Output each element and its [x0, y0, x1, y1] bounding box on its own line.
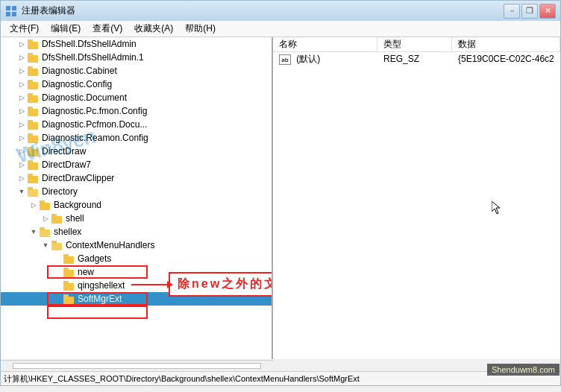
folder-icon [28, 119, 40, 130]
expand-icon[interactable]: ▷ [16, 132, 28, 144]
menu-file[interactable]: 文件(F) [4, 21, 45, 37]
spacer [51, 253, 63, 265]
tree-item-shell[interactable]: ▷ shell [1, 212, 272, 225]
col-header-name[interactable]: 名称 [273, 37, 377, 51]
folder-icon-open [51, 240, 63, 250]
ab-icon: ab [279, 54, 291, 65]
tree-item-diagnostic-config[interactable]: ▷ Diagnostic.Config [1, 78, 272, 91]
expand-icon[interactable]: ▷ [16, 78, 28, 90]
tree-item-dfsshelladmin[interactable]: ▷ DfsShell.DfsShellAdmin [1, 37, 272, 51]
status-path: 计算机\HKEY_CLASSES_ROOT\Directory\Backgrou… [4, 373, 360, 385]
svg-rect-0 [6, 6, 10, 10]
folder-icon [63, 280, 75, 291]
window-controls: － ❐ ✕ [504, 4, 556, 19]
tree-item-softmgrext[interactable]: SoftMgrExt [1, 292, 272, 306]
mouse-cursor [492, 201, 501, 215]
expand-icon[interactable]: ▷ [16, 159, 28, 171]
column-header-row: 名称 类型 数据 [273, 37, 560, 52]
tree-item-contextmenuhandlers[interactable]: ▼ ContextMenuHandlers [1, 238, 272, 252]
restore-button[interactable]: ❐ [521, 4, 538, 19]
right-pane: 名称 类型 数据 ab (默认) REG_SZ {5E19C0CE-C02C-4… [273, 37, 560, 359]
window-title: 注册表编辑器 [22, 4, 504, 17]
col-header-data[interactable]: 数据 [452, 37, 560, 51]
corner-watermark: Shenduwm8.com [487, 364, 560, 376]
menu-bar: 文件(F) 编辑(E) 查看(V) 收藏夹(A) 帮助(H) [0, 21, 561, 37]
scroll-track[interactable] [13, 363, 261, 369]
app-icon [5, 5, 17, 17]
tree-item-diagnostic-pcfmon[interactable]: ▷ Diagnostic.Pc.fmon.Config [1, 104, 272, 118]
folder-icon [28, 39, 40, 49]
svg-rect-2 [6, 12, 10, 16]
folder-icon [28, 106, 40, 116]
spacer [51, 293, 63, 305]
folder-icon [51, 213, 63, 224]
expand-icon[interactable]: ▷ [16, 92, 28, 104]
tree-item-gadgets[interactable]: Gadgets [1, 252, 272, 265]
menu-help[interactable]: 帮助(H) [179, 21, 222, 37]
status-bar: 计算机\HKEY_CLASSES_ROOT\Directory\Backgrou… [0, 371, 561, 386]
tree-item-background[interactable]: ▷ Background [1, 198, 272, 212]
folder-icon [63, 267, 75, 277]
minimize-button[interactable]: － [504, 4, 520, 19]
folder-icon [28, 52, 40, 63]
folder-icon [28, 92, 40, 103]
folder-icon [28, 173, 40, 183]
tree-item-diagnostic-document[interactable]: ▷ Diagnostic.Document [1, 91, 272, 104]
folder-icon [28, 66, 40, 76]
folder-icon-open [28, 186, 40, 197]
expand-icon[interactable]: ▷ [40, 212, 51, 224]
svg-marker-4 [492, 201, 500, 214]
folder-icon [28, 79, 40, 89]
tree-item-directdraw[interactable]: ▷ DirectDraw [1, 145, 272, 158]
menu-view[interactable]: 查看(V) [87, 21, 128, 37]
tree-item-shellex[interactable]: ▼ shellex [1, 225, 272, 238]
tree-item-directory[interactable]: ▼ Directory [1, 185, 272, 198]
folder-icon [63, 253, 75, 264]
expand-icon[interactable]: ▷ [16, 65, 28, 77]
expand-icon[interactable]: ▷ [28, 199, 40, 211]
expand-icon[interactable]: ▷ [16, 145, 28, 157]
svg-rect-1 [12, 6, 16, 10]
folder-icon [28, 133, 40, 143]
cell-name: ab (默认) [273, 53, 377, 66]
spacer [51, 266, 63, 278]
left-h-scroll[interactable] [1, 360, 273, 370]
folder-icon [63, 294, 75, 304]
tree-item-directdraw7[interactable]: ▷ DirectDraw7 [1, 158, 272, 171]
expand-icon[interactable]: ▷ [16, 38, 28, 50]
tree-item-dfsshelladmin1[interactable]: ▷ DfsShell.DfsShellAdmin.1 [1, 51, 272, 64]
col-header-type[interactable]: 类型 [377, 37, 452, 51]
expand-icon[interactable]: ▷ [16, 118, 28, 130]
tree-scroll[interactable]: ▷ DfsShell.DfsShellAdmin ▷ DfsShell.DfsS… [1, 37, 272, 359]
svg-rect-3 [12, 12, 16, 16]
tree-pane: ▷ DfsShell.DfsShellAdmin ▷ DfsShell.DfsS… [1, 37, 273, 359]
expand-icon[interactable]: ▷ [16, 105, 28, 117]
tree-item-diagnostic-reamon[interactable]: ▷ Diagnostic.Reamon.Config [1, 131, 272, 145]
expand-icon[interactable]: ▷ [16, 172, 28, 184]
spacer [51, 279, 63, 291]
main-content: Win8yen ▷ DfsShell.DfsShellAdmin ▷ DfsSh… [0, 37, 561, 359]
close-button[interactable]: ✕ [539, 4, 556, 19]
tree-item-diagnostic-pcfmon-doc[interactable]: ▷ Diagnostic.Pcfmon.Docu... [1, 118, 272, 131]
cell-data: {5E19C0CE-C02C-46c2 [452, 54, 560, 64]
menu-favorites[interactable]: 收藏夹(A) [128, 21, 179, 37]
expand-icon[interactable]: ▼ [40, 239, 51, 251]
folder-icon [28, 159, 40, 170]
menu-edit[interactable]: 编辑(E) [45, 21, 87, 37]
tree-item-diagnostic-cabinet[interactable]: ▷ Diagnostic.Cabinet [1, 64, 272, 78]
folder-icon [28, 146, 40, 157]
expand-icon[interactable]: ▼ [28, 226, 40, 238]
tree-item-directdrawclipper[interactable]: ▷ DirectDrawClipper [1, 171, 272, 185]
expand-icon[interactable]: ▷ [16, 51, 28, 63]
tree-item-qingshellext[interactable]: qingshellext [1, 279, 272, 292]
folder-icon-open [40, 227, 51, 237]
cell-type: REG_SZ [377, 54, 452, 64]
folder-icon [40, 200, 51, 210]
title-bar: 注册表编辑器 － ❐ ✕ [0, 0, 561, 21]
horizontal-scroll-bar[interactable] [0, 359, 561, 371]
table-row[interactable]: ab (默认) REG_SZ {5E19C0CE-C02C-46c2 [273, 52, 560, 66]
tree-item-new[interactable]: new [1, 265, 272, 279]
expand-icon[interactable]: ▼ [16, 186, 28, 197]
